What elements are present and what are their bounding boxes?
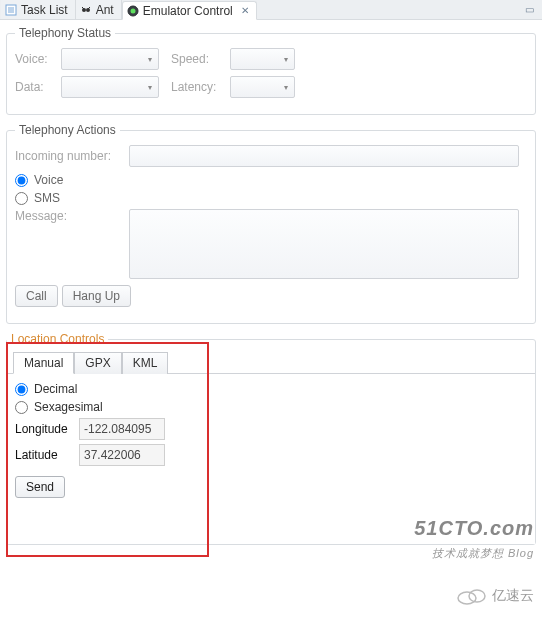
- data-combo[interactable]: ▾: [61, 76, 159, 98]
- watermark-cloud-text: 亿速云: [492, 587, 534, 605]
- sms-radio-row[interactable]: SMS: [15, 191, 527, 205]
- cloud-icon: [454, 586, 488, 606]
- tab-gpx[interactable]: GPX: [74, 352, 121, 374]
- chevron-down-icon: ▾: [284, 55, 288, 64]
- svg-point-11: [469, 590, 485, 602]
- sms-radio[interactable]: [15, 192, 28, 205]
- speed-label: Speed:: [171, 52, 226, 66]
- speed-combo[interactable]: ▾: [230, 48, 295, 70]
- sexagesimal-radio-row[interactable]: Sexagesimal: [15, 400, 527, 414]
- tab-task-list[interactable]: Task List: [1, 0, 76, 19]
- chevron-down-icon: ▾: [148, 55, 152, 64]
- minimize-view-icon[interactable]: ▭: [525, 1, 542, 19]
- tab-label: Emulator Control: [143, 4, 233, 18]
- telephony-actions-legend: Telephony Actions: [15, 123, 120, 137]
- tab-bar: Task List Ant Emulator Control ✕ ▭: [0, 0, 542, 20]
- watermark-51cto: 51CTO.com 技术成就梦想 Blog: [414, 517, 534, 564]
- tab-label: Task List: [21, 3, 68, 17]
- tab-emulator-control[interactable]: Emulator Control ✕: [122, 1, 257, 20]
- latitude-input[interactable]: [79, 444, 165, 466]
- voice-radio-row[interactable]: Voice: [15, 173, 527, 187]
- voice-radio-label: Voice: [34, 173, 63, 187]
- tab-kml[interactable]: KML: [122, 352, 169, 374]
- latitude-label: Latitude: [15, 448, 73, 462]
- telephony-status-group: Telephony Status Voice: ▾ Speed: ▾ Data:…: [6, 26, 536, 115]
- voice-combo[interactable]: ▾: [61, 48, 159, 70]
- telephony-actions-group: Telephony Actions Incoming number: Voice…: [6, 123, 536, 324]
- telephony-status-legend: Telephony Status: [15, 26, 115, 40]
- data-label: Data:: [15, 80, 57, 94]
- sexagesimal-radio[interactable]: [15, 401, 28, 414]
- longitude-input[interactable]: [79, 418, 165, 440]
- message-label: Message:: [15, 209, 125, 223]
- sexagesimal-radio-label: Sexagesimal: [34, 400, 103, 414]
- call-button[interactable]: Call: [15, 285, 58, 307]
- svg-point-10: [458, 592, 476, 604]
- decimal-radio[interactable]: [15, 383, 28, 396]
- svg-line-6: [82, 7, 84, 9]
- voice-radio[interactable]: [15, 174, 28, 187]
- ant-icon: [80, 4, 92, 16]
- latency-combo[interactable]: ▾: [230, 76, 295, 98]
- emulator-icon: [127, 5, 139, 17]
- chevron-down-icon: ▾: [148, 83, 152, 92]
- incoming-number-input[interactable]: [129, 145, 519, 167]
- chevron-down-icon: ▾: [284, 83, 288, 92]
- hang-up-button[interactable]: Hang Up: [62, 285, 131, 307]
- sms-radio-label: SMS: [34, 191, 60, 205]
- latency-label: Latency:: [171, 80, 226, 94]
- send-button[interactable]: Send: [15, 476, 65, 498]
- location-controls-legend: Location Controls: [7, 332, 108, 346]
- location-controls-group: Location Controls Manual GPX KML Decimal…: [6, 332, 536, 545]
- incoming-number-label: Incoming number:: [15, 149, 125, 163]
- watermark-yisu: 亿速云: [454, 586, 534, 606]
- svg-point-9: [130, 8, 135, 13]
- tab-manual[interactable]: Manual: [13, 352, 74, 374]
- svg-line-7: [88, 7, 90, 9]
- message-textarea[interactable]: [129, 209, 519, 279]
- decimal-radio-label: Decimal: [34, 382, 77, 396]
- decimal-radio-row[interactable]: Decimal: [15, 382, 527, 396]
- close-tab-icon[interactable]: ✕: [241, 5, 249, 16]
- watermark-host: 51CTO.com: [414, 517, 534, 539]
- voice-label: Voice:: [15, 52, 57, 66]
- longitude-label: Longitude: [15, 422, 73, 436]
- task-list-icon: [5, 4, 17, 16]
- watermark-subtitle: 技术成就梦想 Blog: [432, 547, 534, 559]
- tab-ant[interactable]: Ant: [76, 0, 122, 19]
- tab-label: Ant: [96, 3, 114, 17]
